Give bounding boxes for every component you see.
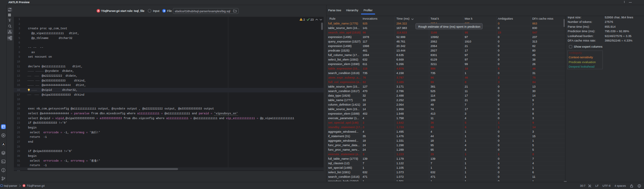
svg-text:A: A [2, 143, 4, 146]
